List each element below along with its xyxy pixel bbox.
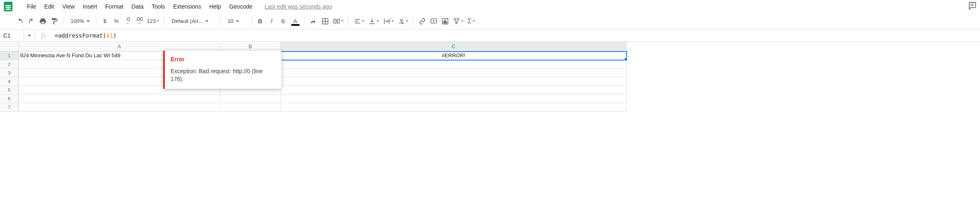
toolbar-separator xyxy=(96,17,96,26)
cell[interactable] xyxy=(19,103,220,112)
row-header[interactable]: 4 xyxy=(0,77,19,86)
font-size-dropdown[interactable]: 10 xyxy=(224,16,248,27)
merge-cells-button[interactable] xyxy=(331,16,345,27)
text-rotation-button[interactable] xyxy=(396,16,410,27)
column-header-c[interactable]: C xyxy=(281,42,627,52)
cell[interactable] xyxy=(281,86,627,94)
menu-help[interactable]: Help xyxy=(205,2,225,11)
chevron-down-icon xyxy=(461,20,463,22)
chevron-down-icon xyxy=(341,20,344,22)
row-header[interactable]: 5 xyxy=(0,86,19,94)
cell[interactable] xyxy=(19,94,220,103)
insert-comment-button[interactable] xyxy=(428,16,439,27)
undo-button[interactable] xyxy=(15,16,25,27)
column-header-b[interactable]: B xyxy=(220,42,281,52)
cell[interactable] xyxy=(281,77,627,86)
more-formats-button[interactable]: 123 xyxy=(145,16,161,27)
svg-rect-24 xyxy=(446,22,447,23)
error-message: Exception: Bad request: http://0 (line 1… xyxy=(171,67,275,83)
insert-chart-button[interactable] xyxy=(440,16,450,27)
print-button[interactable] xyxy=(38,16,48,27)
row-header[interactable]: 3 xyxy=(0,69,19,77)
chevron-down-icon xyxy=(472,20,475,22)
formula-token: = xyxy=(55,32,58,39)
spreadsheet-grid: A B C 1 924 Minnesota Ave N Fond Du Lac … xyxy=(0,42,980,112)
chevron-down-icon xyxy=(406,20,408,22)
row-header[interactable]: 6 xyxy=(0,94,19,103)
menu-edit[interactable]: Edit xyxy=(40,2,58,11)
svg-rect-14 xyxy=(355,22,360,23)
menu-view[interactable]: View xyxy=(58,2,79,11)
chevron-down-icon xyxy=(362,20,364,22)
decrease-decimal-button[interactable]: .0← xyxy=(122,16,133,27)
row-header[interactable]: 2 xyxy=(0,60,19,69)
zoom-dropdown[interactable]: 100% xyxy=(67,16,93,27)
format-currency-button[interactable]: $ xyxy=(100,16,110,27)
menu-insert[interactable]: Insert xyxy=(79,2,101,11)
horizontal-align-button[interactable] xyxy=(352,16,366,27)
row-header[interactable]: 1 xyxy=(0,52,19,60)
bold-button[interactable]: B xyxy=(255,16,266,27)
redo-button[interactable] xyxy=(26,16,37,27)
svg-rect-11 xyxy=(337,19,339,23)
cell[interactable] xyxy=(220,103,281,112)
functions-button[interactable]: Σ xyxy=(466,16,477,27)
select-all-corner[interactable] xyxy=(0,42,19,52)
menu-format[interactable]: Format xyxy=(101,2,127,11)
cell[interactable] xyxy=(281,94,627,103)
menu-bar: File Edit View Insert Format Data Tools … xyxy=(0,0,980,13)
toolbar-separator xyxy=(413,17,414,26)
row-header[interactable]: 7 xyxy=(0,103,19,112)
cell[interactable] xyxy=(281,60,627,69)
formula-token: ( xyxy=(103,32,106,39)
font-family-value: Default (Ari... xyxy=(172,18,203,24)
increase-decimal-button[interactable]: .00→ xyxy=(134,16,144,27)
svg-rect-13 xyxy=(355,21,358,22)
strikethrough-button[interactable]: S xyxy=(278,16,288,27)
name-box-dropdown[interactable] xyxy=(24,29,35,41)
format-percent-button[interactable]: % xyxy=(111,16,122,27)
sheets-logo[interactable] xyxy=(0,0,16,13)
paint-format-button[interactable] xyxy=(49,16,60,27)
text-color-button[interactable]: A xyxy=(289,16,302,27)
menu-file[interactable]: File xyxy=(23,2,40,11)
svg-rect-4 xyxy=(8,5,9,10)
fill-color-button[interactable] xyxy=(308,16,319,27)
last-edit-link[interactable]: Last edit was seconds ago xyxy=(265,3,332,10)
text-wrap-button[interactable] xyxy=(381,16,395,27)
menu-data[interactable]: Data xyxy=(127,2,148,11)
formula-bar: C1 fx =addressFormat(A1) xyxy=(0,29,980,42)
toolbar-separator xyxy=(348,17,349,26)
cell[interactable] xyxy=(281,69,627,77)
svg-rect-12 xyxy=(355,19,360,20)
cell[interactable] xyxy=(220,94,281,103)
filter-button[interactable] xyxy=(451,16,465,27)
formula-token: addressFormat xyxy=(58,32,103,39)
error-tooltip: Error Exception: Bad request: http://0 (… xyxy=(163,51,282,89)
vertical-align-button[interactable] xyxy=(367,16,381,27)
svg-rect-15 xyxy=(369,23,375,24)
menu-extensions[interactable]: Extensions xyxy=(169,2,205,11)
cell-c1[interactable]: #ERROR! xyxy=(281,52,627,60)
menu-tools[interactable]: Tools xyxy=(148,2,169,11)
toolbar: 100% $ % .0← .00→ 123 Default (Ari... 10… xyxy=(0,13,980,29)
name-box[interactable]: C1 xyxy=(0,29,24,41)
comments-icon[interactable] xyxy=(968,1,977,11)
menu-geocode[interactable]: Geocode xyxy=(225,2,257,11)
insert-link-button[interactable] xyxy=(417,16,428,27)
svg-rect-10 xyxy=(334,19,336,23)
fx-icon: fx xyxy=(35,29,52,41)
cell[interactable] xyxy=(281,103,627,112)
zoom-value: 100% xyxy=(71,18,84,24)
column-header-a[interactable]: A xyxy=(19,42,220,52)
chevron-down-icon xyxy=(205,20,208,22)
font-family-dropdown[interactable]: Default (Ari... xyxy=(168,16,217,27)
toolbar-separator xyxy=(220,17,220,26)
toolbar-separator xyxy=(305,17,305,26)
error-title: Error xyxy=(171,56,275,63)
svg-rect-22 xyxy=(443,21,444,23)
borders-button[interactable] xyxy=(320,16,330,27)
formula-input[interactable]: =addressFormat(A1) xyxy=(52,29,980,41)
toolbar-separator xyxy=(164,17,164,26)
italic-button[interactable]: I xyxy=(266,16,277,27)
